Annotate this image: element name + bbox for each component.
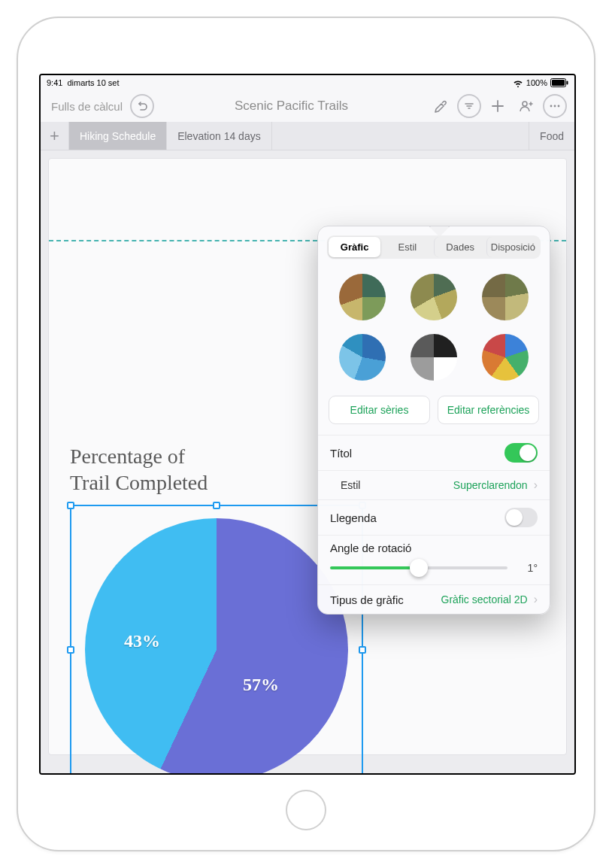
format-popover: Gràfic Estil Dades Disposició Editar sèr… [317,226,550,615]
svg-point-3 [523,102,527,106]
collaborate-button[interactable] [514,94,538,118]
statusbar-date: dimarts 10 set [67,78,119,87]
chart-style-swatch-mono[interactable] [411,334,457,381]
resize-handle-tl[interactable] [67,502,74,509]
popover-segmented: Gràfic Estil Dades Disposició [327,235,541,259]
rotation-row: Angle de rotació 1° [318,535,550,584]
legend-toggle[interactable] [504,508,538,527]
chevron-right-icon: › [534,478,538,492]
more-button[interactable] [543,94,567,118]
undo-button[interactable] [130,94,154,118]
rotation-label: Angle de rotació [330,542,538,554]
title-style-label: Estil [341,479,453,491]
title-toggle[interactable] [504,443,538,463]
add-sheet-button[interactable]: + [41,122,69,150]
sheet-tab-food[interactable]: Food [529,122,574,150]
seg-style[interactable]: Estil [380,237,433,257]
back-button[interactable]: Fulls de càlcul [48,100,126,113]
filter-button[interactable] [457,94,481,118]
svg-rect-2 [567,81,568,85]
svg-point-6 [558,105,560,108]
chart-style-grid [318,268,550,393]
chart-style-swatch-olive[interactable] [411,274,457,320]
seg-layout[interactable]: Disposició [486,237,539,257]
sheet-tab-elevation[interactable]: Elevation 14 days [167,122,272,150]
svg-point-5 [554,105,556,108]
chart-type-label: Tipus de gràfic [330,593,441,606]
statusbar-time: 9:41 [47,78,62,87]
doc-title[interactable]: Scenic Pacific Trails [159,99,424,114]
insert-button[interactable] [486,94,510,118]
sheet-tab-hiking[interactable]: Hiking Schedule [69,122,167,150]
sheet-tabs: + Hiking Schedule Elevation 14 days Food [41,122,574,150]
home-button[interactable] [286,790,326,830]
title-style-value: Superclarendon [453,479,528,491]
format-brush-button[interactable] [429,94,453,118]
toolbar: Fulls de càlcul Scenic Pacific Trails [41,90,574,122]
svg-rect-1 [552,80,565,86]
legend-label: Llegenda [330,511,504,524]
chart-type-value: Gràfic sectorial 2D [441,593,528,605]
canvas[interactable]: Percentage of Trail Completed 57% 43% [41,150,574,773]
ipad-frame: 9:41 dimarts 10 set 100% Fulls de càlcul… [17,17,595,851]
chart-style-swatch-earth[interactable] [339,274,386,320]
chart-title[interactable]: Percentage of Trail Completed [70,443,208,496]
pie-chart[interactable]: 57% 43% [85,518,348,775]
seg-chart[interactable]: Gràfic [329,237,380,257]
battery-icon [550,78,568,87]
battery-pct: 100% [526,78,547,87]
chart-style-swatch-ocean[interactable] [339,334,386,381]
rotation-slider[interactable] [330,566,507,569]
resize-handle-ml[interactable] [67,646,74,654]
title-toggle-row: Títol [318,435,550,470]
rotation-slider-thumb[interactable] [410,559,428,577]
chart-style-swatch-rainbow[interactable] [482,334,529,381]
edit-references-button[interactable]: Editar referències [438,396,539,424]
seg-data[interactable]: Dades [434,237,486,257]
svg-point-4 [550,105,553,108]
legend-toggle-row: Llegenda [318,499,550,535]
resize-handle-mr[interactable] [359,646,366,654]
title-style-row[interactable]: Estil Superclarendon › [318,470,550,499]
title-label: Títol [330,447,504,460]
slice-label-a: 57% [243,675,279,695]
chart-type-row[interactable]: Tipus de gràfic Gràfic sectorial 2D › [318,584,550,614]
chevron-right-icon: › [534,593,538,606]
edit-series-button[interactable]: Editar sèries [329,396,430,424]
rotation-value: 1° [517,562,538,574]
slice-label-b: 43% [124,631,160,651]
screen: 9:41 dimarts 10 set 100% Fulls de càlcul… [39,74,576,775]
statusbar: 9:41 dimarts 10 set 100% [41,75,574,90]
chart-style-swatch-sand[interactable] [482,274,529,320]
resize-handle-tm[interactable] [213,502,220,509]
wifi-icon [513,79,523,87]
